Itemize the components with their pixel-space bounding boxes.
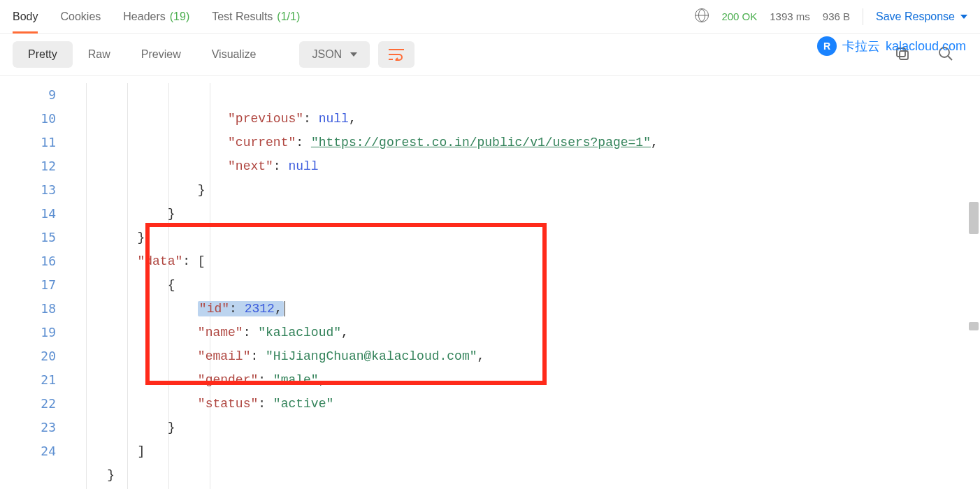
view-mode-tabs: Pretty Raw Preview Visualize <box>13 41 271 68</box>
status-time: 1393 ms <box>770 10 810 22</box>
tab-headers-label: Headers <box>123 10 165 23</box>
text-cursor <box>284 301 285 316</box>
chevron-down-icon <box>960 15 967 19</box>
format-selector-label: JSON <box>312 48 342 61</box>
format-selector[interactable]: JSON <box>299 41 370 68</box>
view-tab-preview[interactable]: Preview <box>126 41 196 68</box>
svg-line-3 <box>948 56 952 60</box>
wrap-lines-button[interactable] <box>378 41 415 68</box>
view-tab-pretty[interactable]: Pretty <box>13 41 73 68</box>
status-code: 200 OK <box>721 10 757 22</box>
watermark: R 卡拉云 kalacloud.com <box>817 36 966 56</box>
wrap-icon <box>388 48 405 61</box>
tab-test-results-count: (1/1) <box>277 10 300 23</box>
tab-test-results[interactable]: Test Results (1/1) <box>212 0 300 33</box>
scrollbar-thumb[interactable] <box>969 202 979 234</box>
status-size: 936 B <box>823 10 850 22</box>
tab-headers[interactable]: Headers (19) <box>123 0 189 33</box>
response-meta: 200 OK 1393 ms 936 B Save Response <box>695 8 967 25</box>
code-content: "previous": null, "current": "https://go… <box>0 76 980 489</box>
watermark-url: kalacloud.com <box>886 39 966 54</box>
watermark-badge: R <box>817 36 837 56</box>
save-response-button[interactable]: Save Response <box>863 8 967 25</box>
tab-body[interactable]: Body <box>13 0 38 33</box>
view-tab-raw[interactable]: Raw <box>73 41 126 68</box>
tab-test-results-label: Test Results <box>212 10 273 23</box>
response-tabs: Body Cookies Headers (19) Test Results (… <box>0 0 980 34</box>
view-tab-visualize[interactable]: Visualize <box>196 41 272 68</box>
tab-cookies[interactable]: Cookies <box>60 0 101 33</box>
scrollbar-thumb[interactable] <box>969 322 979 330</box>
response-body[interactable]: 9 10 11 12 13 14 15 16 17 18 19 20 21 22… <box>0 75 980 489</box>
chevron-down-icon <box>350 52 357 57</box>
save-response-label: Save Response <box>876 10 955 23</box>
tab-headers-count: (19) <box>170 10 189 23</box>
globe-icon[interactable] <box>695 8 709 24</box>
watermark-name-cn: 卡拉云 <box>842 38 880 54</box>
